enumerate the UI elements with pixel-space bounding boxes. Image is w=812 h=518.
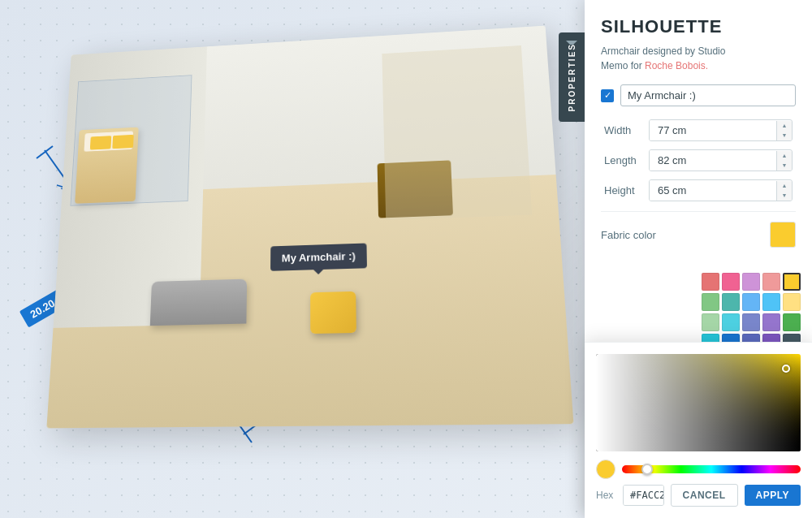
palette-swatch-8[interactable]	[762, 293, 780, 311]
palette-swatch-1[interactable]	[722, 273, 740, 291]
palette-swatch-11[interactable]	[722, 313, 740, 331]
width-decrement-btn[interactable]: ▼	[777, 131, 792, 140]
palette-swatch-2[interactable]	[742, 273, 760, 291]
height-input-wrap: ▲ ▼	[649, 179, 793, 201]
panel-content-area: SILHOUETTE Armchair designed by Studio M…	[585, 0, 812, 265]
width-row: Width ▲ ▼	[601, 119, 796, 141]
height-increment-btn[interactable]: ▲	[777, 181, 792, 191]
apply-button[interactable]: APPLY	[745, 485, 801, 506]
palette-swatch-13[interactable]	[762, 313, 780, 331]
floor-plan-background: 20.20 m 5.60 m 3.60 m 7.10 m 2.90 m	[0, 0, 585, 518]
hex-input-wrap: ▲ ▼	[623, 485, 664, 506]
palette-swatch-6[interactable]	[722, 293, 740, 311]
palette-swatch-0[interactable]	[702, 273, 719, 291]
palette-swatch-10[interactable]	[702, 313, 719, 331]
name-checkbox-row	[601, 84, 796, 106]
palette-swatch-9[interactable]	[783, 293, 801, 311]
kitchen-area	[382, 45, 532, 221]
panel-subtitle: Armchair designed by Studio Memo for Roc…	[601, 44, 796, 73]
width-input[interactable]	[650, 120, 776, 140]
hex-input-row: Hex ▲ ▼ CANCEL APPLY	[596, 484, 801, 507]
gradient-cursor[interactable]	[782, 365, 790, 373]
hue-thumb[interactable]	[641, 464, 653, 475]
bedroom-area	[71, 75, 192, 205]
properties-panel: PROPERTIES SILHOUETTE Armchair designed …	[585, 0, 812, 518]
divider-1	[601, 211, 796, 212]
yellow-armchair[interactable]	[311, 291, 357, 334]
hue-slider[interactable]	[622, 465, 801, 473]
bed-pillow	[84, 131, 133, 151]
palette-swatch-14[interactable]	[783, 313, 801, 331]
subtitle-text-1: Armchair designed by Studio	[601, 45, 725, 57]
hex-label: Hex	[596, 490, 616, 501]
height-input[interactable]	[650, 180, 776, 201]
height-decrement-btn[interactable]: ▼	[777, 191, 792, 201]
cancel-button[interactable]: CANCEL	[671, 484, 738, 507]
palette-swatch-5[interactable]	[702, 293, 719, 311]
palette-swatch-12[interactable]	[742, 313, 760, 331]
color-preview-circle	[596, 460, 615, 479]
length-decrement-btn[interactable]: ▼	[777, 161, 792, 171]
length-input-wrap: ▲ ▼	[649, 149, 793, 171]
properties-tab-label: PROPERTIES	[568, 43, 577, 111]
svg-line-1	[37, 146, 53, 158]
subtitle-text-2: Memo for	[601, 60, 645, 71]
length-increment-btn[interactable]: ▲	[777, 151, 792, 161]
visibility-checkbox[interactable]	[601, 89, 614, 102]
color-gradient-area[interactable]	[596, 354, 801, 451]
fabric-header: Fabric color	[601, 222, 796, 248]
length-label: Length	[604, 154, 649, 166]
height-label: Height	[604, 184, 649, 196]
armchair-tooltip: My Armchair :)	[270, 243, 368, 270]
room-interior	[46, 26, 573, 429]
fabric-color-swatch[interactable]	[770, 222, 796, 248]
hex-value-input[interactable]	[624, 486, 664, 505]
height-spinners: ▲ ▼	[776, 181, 792, 201]
color-picker-popup: Hex ▲ ▼ CANCEL APPLY	[585, 342, 812, 518]
length-row: Length ▲ ▼	[601, 149, 796, 171]
width-spinners: ▲ ▼	[776, 121, 792, 140]
palette-swatch-7[interactable]	[742, 293, 760, 311]
fabric-color-section: Fabric color	[601, 222, 796, 248]
hue-slider-row	[596, 460, 801, 479]
width-label: Width	[604, 124, 649, 136]
sofa[interactable]	[150, 278, 247, 326]
panel-title: SILHOUETTE	[601, 16, 796, 37]
length-input[interactable]	[650, 150, 776, 171]
fabric-color-label: Fabric color	[601, 229, 656, 241]
width-input-wrap: ▲ ▼	[649, 119, 793, 141]
palette-swatch-4[interactable]	[783, 273, 801, 291]
room-3d-view[interactable]: My Armchair :)	[46, 26, 573, 429]
palette-swatch-3[interactable]	[762, 273, 780, 291]
height-row: Height ▲ ▼	[601, 179, 796, 201]
subtitle-link[interactable]: Roche Bobois.	[645, 60, 708, 71]
width-increment-btn[interactable]: ▲	[777, 121, 792, 131]
bed-pillow-yellow-1	[90, 136, 111, 149]
properties-tab[interactable]: PROPERTIES	[559, 32, 585, 122]
bed-pillow-yellow-2	[112, 135, 134, 149]
bed	[75, 127, 139, 204]
armchair-name-input[interactable]	[620, 84, 796, 106]
gradient-overlay	[596, 354, 801, 451]
length-spinners: ▲ ▼	[776, 151, 792, 171]
